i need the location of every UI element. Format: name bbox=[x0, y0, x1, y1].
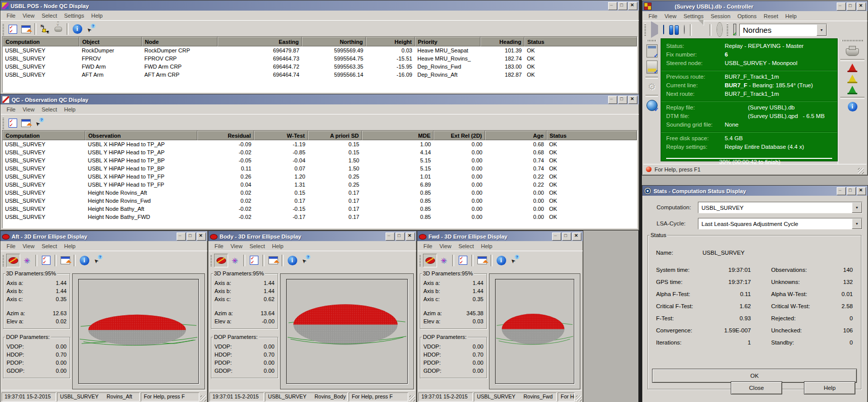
resize-grip[interactable] bbox=[200, 395, 206, 401]
column-header-status[interactable]: Status bbox=[547, 131, 637, 140]
add-display-button[interactable] bbox=[19, 117, 32, 129]
maximize-icon[interactable] bbox=[618, 96, 627, 104]
menu-item-file[interactable]: File bbox=[211, 242, 228, 250]
alert-green-button[interactable] bbox=[838, 86, 866, 94]
menu-item-file[interactable]: File bbox=[420, 242, 437, 250]
menu-item-help[interactable]: Help bbox=[478, 242, 497, 250]
column-header-easting[interactable]: Easting bbox=[218, 37, 302, 46]
error-ellipsoid-plot[interactable] bbox=[495, 279, 574, 384]
close-icon[interactable] bbox=[628, 96, 637, 104]
context-help-button[interactable] bbox=[508, 254, 521, 267]
context-help-button[interactable] bbox=[84, 23, 97, 35]
geodesy-button[interactable] bbox=[643, 100, 660, 111]
toolbar-grip[interactable] bbox=[842, 40, 863, 41]
info-button[interactable] bbox=[495, 254, 508, 267]
menu-item-session[interactable]: Session bbox=[708, 12, 734, 20]
close-icon[interactable] bbox=[197, 233, 206, 241]
add-display-button[interactable] bbox=[266, 254, 280, 267]
menu-item-file[interactable]: File bbox=[645, 12, 662, 20]
menu-item-file[interactable]: File bbox=[4, 105, 20, 113]
column-header-residual[interactable]: Residual bbox=[197, 131, 254, 140]
table-row[interactable]: USBL_SURVEYFPROVFPROV CRP696464.73599556… bbox=[3, 54, 637, 63]
toolbar-grip[interactable] bbox=[419, 254, 421, 266]
add-display-button[interactable] bbox=[59, 254, 72, 267]
alert-yellow-button[interactable] bbox=[838, 75, 866, 83]
maximize-icon[interactable] bbox=[187, 233, 196, 241]
column-header-a-priori-sd[interactable]: A priori SD bbox=[308, 131, 362, 140]
menu-item-view[interactable]: View bbox=[20, 12, 39, 20]
toolbar-grip[interactable] bbox=[647, 40, 657, 41]
replay-progress-bar[interactable]: 30% (00:00:42 to finish) bbox=[666, 158, 832, 159]
menu-item-settings[interactable]: Settings bbox=[680, 12, 708, 20]
titlebar[interactable]: Aft - 3D Error Ellipse Display bbox=[1, 231, 207, 241]
table-row[interactable]: USBL_SURVEYUSBL Y HiPAP Head to TP_FP0.0… bbox=[3, 181, 637, 189]
toolbar-grip[interactable] bbox=[3, 254, 4, 266]
vessel-button[interactable] bbox=[838, 44, 866, 56]
maximize-icon[interactable] bbox=[847, 3, 856, 11]
table-row[interactable]: USBL_SURVEYUSBL X HiPAP Head to TP_BP-0.… bbox=[3, 156, 637, 164]
qc-check-button[interactable] bbox=[39, 254, 52, 267]
minimize-icon[interactable] bbox=[177, 233, 186, 241]
chevron-down-icon[interactable] bbox=[817, 24, 827, 36]
qc-check-button[interactable] bbox=[6, 23, 19, 35]
menu-item-help[interactable]: Help bbox=[61, 105, 80, 113]
table-row[interactable]: USBL_SURVEYAFT ArmAFT Arm CRP696464.7459… bbox=[3, 71, 637, 79]
table-row[interactable]: USBL_SURVEYHeight Node Rovins_Aft0.020.1… bbox=[3, 189, 637, 197]
column-header-ext-rel-2d-[interactable]: Ext Rel (2D) bbox=[433, 131, 485, 140]
context-help-button[interactable] bbox=[299, 254, 312, 267]
toolbar-grip[interactable] bbox=[3, 117, 4, 129]
info-button[interactable] bbox=[286, 254, 299, 267]
menu-item-select[interactable]: Select bbox=[455, 242, 478, 250]
pause-button[interactable] bbox=[667, 25, 681, 35]
context-help-button[interactable] bbox=[32, 117, 45, 129]
menu-item-file[interactable]: File bbox=[4, 242, 20, 250]
close-icon[interactable] bbox=[857, 3, 866, 11]
ellipse-view-button[interactable] bbox=[6, 254, 20, 267]
info-button[interactable] bbox=[78, 254, 91, 267]
network-view-button[interactable] bbox=[20, 254, 33, 267]
io-setup-button[interactable] bbox=[643, 61, 660, 74]
qc-check-button[interactable] bbox=[6, 117, 19, 129]
minimize-icon[interactable] bbox=[608, 96, 617, 104]
add-display-button[interactable] bbox=[19, 23, 32, 35]
menu-item-options[interactable]: Options bbox=[734, 12, 761, 20]
toolbar-grip[interactable] bbox=[210, 254, 212, 266]
column-header-observation[interactable]: Observation bbox=[85, 131, 197, 140]
column-header-computation[interactable]: Computation bbox=[3, 37, 79, 46]
toolbar-grip[interactable] bbox=[3, 23, 4, 35]
table-row[interactable]: USBL_SURVEYUSBL Y HiPAP Head to TP_BP0.1… bbox=[3, 164, 637, 173]
error-ellipsoid-plot[interactable] bbox=[78, 279, 199, 384]
menu-item-view[interactable]: View bbox=[662, 12, 681, 20]
error-ellipsoid-plot[interactable] bbox=[286, 279, 408, 384]
menu-item-view[interactable]: View bbox=[20, 242, 39, 250]
minimize-icon[interactable] bbox=[837, 3, 846, 11]
titlebar[interactable]: Body - 3D Error Ellipse Display bbox=[208, 231, 416, 241]
titlebar[interactable]: QC - Observation QC Display bbox=[1, 94, 639, 104]
velocity-button[interactable] bbox=[51, 23, 65, 35]
play-button[interactable] bbox=[649, 25, 660, 34]
close-icon[interactable] bbox=[572, 233, 581, 241]
settings-button[interactable] bbox=[643, 82, 660, 92]
network-view-button[interactable] bbox=[437, 254, 450, 267]
column-header-heading[interactable]: Heading bbox=[480, 37, 524, 46]
minimize-icon[interactable] bbox=[386, 233, 395, 241]
table-row[interactable]: USBL_SURVEYHeight Node Bathy_FWD-0.02-0.… bbox=[3, 213, 637, 221]
titlebar[interactable]: (Survey USBL).db - Controller bbox=[642, 1, 867, 11]
menu-item-select[interactable]: Select bbox=[246, 242, 269, 250]
computation-setup-button[interactable] bbox=[643, 44, 660, 58]
maximize-icon[interactable] bbox=[562, 233, 571, 241]
computation-combobox[interactable]: USBL_SURVEY bbox=[698, 202, 862, 213]
titlebar[interactable]: Fwd - 3D Error Ellipse Display bbox=[417, 231, 583, 241]
toolbar-grip[interactable] bbox=[644, 24, 646, 36]
chevron-down-icon[interactable] bbox=[852, 202, 862, 213]
menu-item-help[interactable]: Help bbox=[61, 242, 80, 250]
ok-button[interactable]: OK bbox=[652, 369, 857, 383]
chevron-down-icon[interactable] bbox=[852, 218, 862, 229]
column-header-node[interactable]: Node bbox=[142, 37, 218, 46]
menu-item-select[interactable]: Select bbox=[38, 12, 61, 20]
column-header-mde[interactable]: MDE bbox=[362, 131, 433, 140]
rescue-button[interactable] bbox=[715, 25, 725, 34]
menu-item-help[interactable]: Help bbox=[269, 242, 288, 250]
table-row[interactable]: USBL_SURVEYFWD ArmFWD Arm CRP696464.7259… bbox=[3, 63, 637, 71]
close-icon[interactable] bbox=[406, 233, 415, 241]
